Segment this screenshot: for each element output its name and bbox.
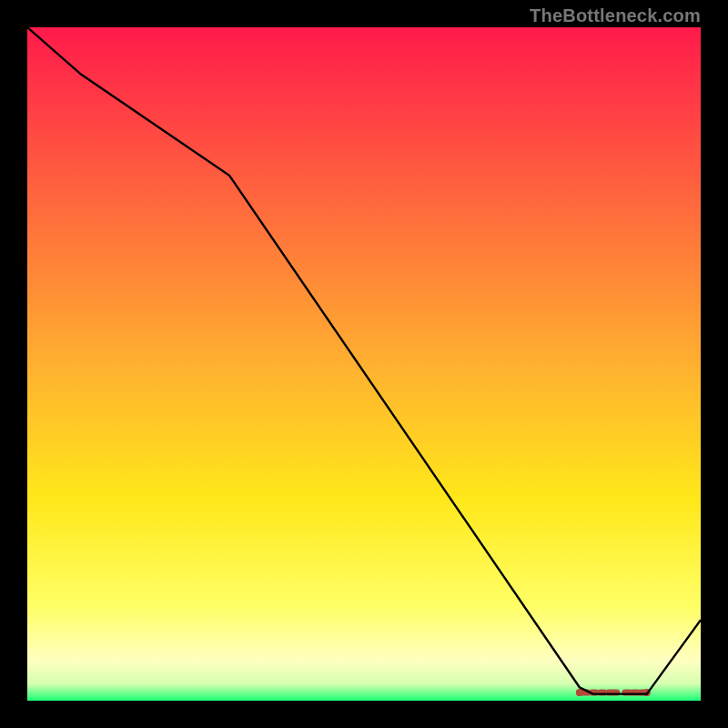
gradient-background [27,27,701,701]
watermark-text: TheBottleneck.com [530,5,701,26]
chart-frame: TheBottleneck.com [0,0,728,728]
plot-area [27,27,701,701]
chart-svg [27,27,701,701]
